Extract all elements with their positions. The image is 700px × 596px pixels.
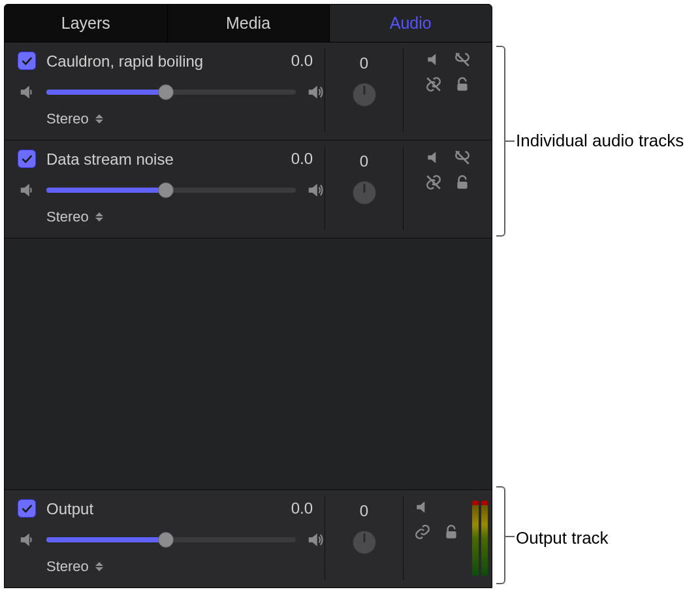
annotation-output: Output track <box>516 528 609 548</box>
channel-dropdown[interactable]: Stereo <box>46 208 104 225</box>
link-icon[interactable] <box>413 524 432 540</box>
audio-panel: Layers Media Audio Cauldron, rapid boili… <box>4 4 492 588</box>
link-icon[interactable] <box>424 76 443 92</box>
tab-audio[interactable]: Audio <box>329 5 492 42</box>
pan-knob[interactable] <box>353 181 376 205</box>
tab-audio-label: Audio <box>390 14 432 33</box>
bracket-icon <box>496 46 505 237</box>
track-enable-checkbox[interactable] <box>18 150 36 168</box>
bracket-icon <box>496 486 505 584</box>
channel-value: Stereo <box>46 110 89 127</box>
link-icon[interactable] <box>424 174 443 190</box>
tracks-empty-area <box>5 239 492 489</box>
callout-tick <box>505 536 515 537</box>
audio-track: Cauldron, rapid boiling 0.0 Stereo <box>5 42 492 141</box>
volume-slider[interactable] <box>46 188 296 193</box>
speaker-low-icon <box>18 531 36 549</box>
track-enable-checkbox[interactable] <box>18 52 36 70</box>
tab-layers-label: Layers <box>61 14 110 33</box>
tracks-list: Cauldron, rapid boiling 0.0 Stereo <box>5 42 492 588</box>
dropdown-caret-icon <box>95 559 104 574</box>
mute-icon[interactable] <box>424 150 443 165</box>
speaker-low-icon <box>18 83 36 101</box>
svg-rect-2 <box>446 531 456 538</box>
speaker-low-icon <box>18 181 36 199</box>
callout-tick <box>505 141 515 142</box>
volume-slider[interactable] <box>46 537 296 542</box>
track-name[interactable]: Cauldron, rapid boiling <box>44 51 271 71</box>
channel-value: Stereo <box>46 208 89 225</box>
annotations: Individual audio tracks Output track <box>498 0 693 588</box>
channel-dropdown[interactable]: Stereo <box>46 558 104 575</box>
speaker-high-icon <box>306 83 325 101</box>
lock-icon[interactable] <box>453 76 472 92</box>
pan-knob[interactable] <box>353 83 376 107</box>
level-meter <box>472 501 488 576</box>
dropdown-caret-icon <box>95 210 104 224</box>
pan-knob[interactable] <box>353 531 376 554</box>
audio-track: Data stream noise 0.0 Stereo <box>5 141 492 239</box>
track-enable-checkbox[interactable] <box>18 499 36 518</box>
lock-icon[interactable] <box>441 524 461 540</box>
tab-media-label: Media <box>226 14 270 33</box>
svg-rect-1 <box>457 182 467 189</box>
channel-dropdown[interactable]: Stereo <box>46 110 104 127</box>
svg-rect-0 <box>457 84 467 91</box>
annotation-individual: Individual audio tracks <box>516 131 684 151</box>
solo-icon[interactable] <box>453 150 472 165</box>
solo-icon[interactable] <box>453 52 472 67</box>
track-level-value[interactable]: 0.0 <box>279 499 325 518</box>
dropdown-caret-icon <box>95 112 104 126</box>
output-track: Output 0.0 Stereo <box>5 489 492 588</box>
track-level-value[interactable]: 0.0 <box>279 150 325 168</box>
pan-value[interactable]: 0 <box>360 499 368 523</box>
speaker-high-icon <box>306 531 325 549</box>
channel-value: Stereo <box>46 558 89 575</box>
mute-icon[interactable] <box>424 52 443 67</box>
track-level-value[interactable]: 0.0 <box>279 52 325 70</box>
track-name[interactable]: Output <box>44 499 271 518</box>
mute-icon[interactable] <box>413 499 432 515</box>
tab-layers[interactable]: Layers <box>5 5 167 42</box>
tab-media[interactable]: Media <box>167 5 330 42</box>
pan-value[interactable]: 0 <box>360 150 368 173</box>
lock-icon[interactable] <box>453 174 472 190</box>
volume-slider[interactable] <box>46 90 296 95</box>
track-name[interactable]: Data stream noise <box>44 149 271 169</box>
speaker-high-icon <box>306 181 325 199</box>
pan-value[interactable]: 0 <box>360 52 368 75</box>
panel-tabs: Layers Media Audio <box>5 5 492 42</box>
